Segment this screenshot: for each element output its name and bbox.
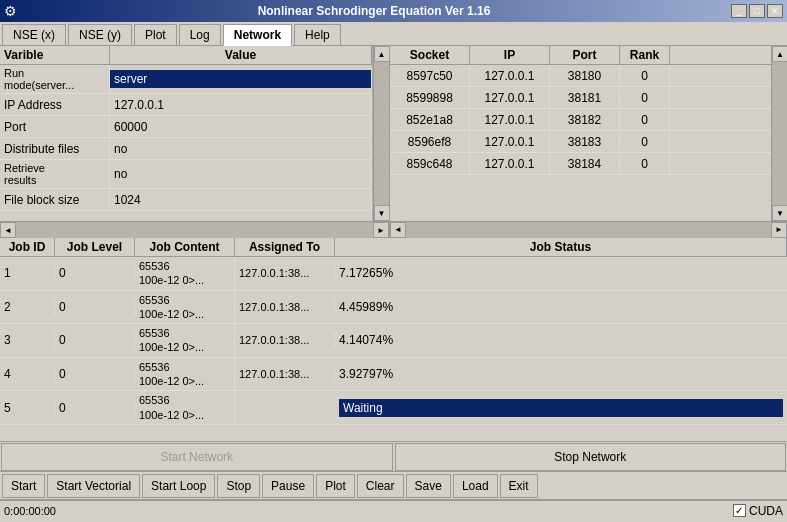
cuda-checkbox[interactable]: ✓ bbox=[733, 504, 746, 517]
job-status-4: 3.92797% bbox=[335, 365, 787, 383]
socket-val-3-rank: 0 bbox=[620, 111, 670, 129]
socket-val-4-ip: 127.0.0.1 bbox=[470, 133, 550, 151]
socket-row-3: 852e1a8 127.0.0.1 38182 0 bbox=[390, 109, 771, 131]
jobs-hdr-level: Job Level bbox=[55, 238, 135, 256]
job-status-2: 4.45989% bbox=[335, 298, 787, 316]
tab-network[interactable]: Network bbox=[223, 24, 292, 46]
plot-button[interactable]: Plot bbox=[316, 474, 355, 498]
minimize-button[interactable]: _ bbox=[731, 4, 747, 18]
var-hscroll-track[interactable] bbox=[16, 222, 373, 238]
job-row-4: 4 0 65536100e-12 0>... 127.0.0.1:38... 3… bbox=[0, 358, 787, 392]
job-status-3: 4.14074% bbox=[335, 331, 787, 349]
window-title: Nonlinear Schrodinger Equation Ver 1.16 bbox=[17, 4, 731, 18]
start-loop-button[interactable]: Start Loop bbox=[142, 474, 215, 498]
var-name-retrieve: Retrieveresults bbox=[0, 160, 110, 188]
var-value-run-mode[interactable]: server bbox=[110, 70, 372, 88]
close-button[interactable]: ✕ bbox=[767, 4, 783, 18]
job-id-1: 1 bbox=[0, 264, 55, 282]
var-hscroll-left[interactable]: ◄ bbox=[0, 222, 16, 238]
start-network-button[interactable]: Start Network bbox=[1, 443, 393, 471]
socket-val-3-socket: 852e1a8 bbox=[390, 111, 470, 129]
job-content-4: 65536100e-12 0>... bbox=[135, 358, 235, 391]
var-value-port[interactable]: 60000 bbox=[110, 118, 372, 136]
socket-val-4-port: 38183 bbox=[550, 133, 620, 151]
socket-hscroll-right[interactable]: ► bbox=[771, 222, 787, 238]
main-content: Varible Value Runmode(server... server I… bbox=[0, 46, 787, 520]
socket-scroll-track[interactable] bbox=[772, 62, 787, 205]
job-id-3: 3 bbox=[0, 331, 55, 349]
var-row-distribute: Distribute files no bbox=[0, 138, 372, 160]
scroll-down-btn[interactable]: ▼ bbox=[374, 205, 390, 221]
socket-val-5-port: 38184 bbox=[550, 155, 620, 173]
job-row-3: 3 0 65536100e-12 0>... 127.0.0.1:38... 4… bbox=[0, 324, 787, 358]
socket-scroll-down[interactable]: ▼ bbox=[772, 205, 787, 221]
socket-val-2-rank: 0 bbox=[620, 89, 670, 107]
socket-panel: Socket IP Port Rank 8597c50 127.0.0.1 38… bbox=[390, 46, 787, 237]
socket-hdr-ip: IP bbox=[470, 46, 550, 64]
var-name-ip: IP Address bbox=[0, 96, 110, 114]
socket-hdr-rank: Rank bbox=[620, 46, 670, 64]
job-level-4: 0 bbox=[55, 365, 135, 383]
exit-button[interactable]: Exit bbox=[500, 474, 538, 498]
var-row-port: Port 60000 bbox=[0, 116, 372, 138]
socket-val-3-ip: 127.0.0.1 bbox=[470, 111, 550, 129]
jobs-hdr-assigned: Assigned To bbox=[235, 238, 335, 256]
job-row-5: 5 0 65536100e-12 0>... Waiting bbox=[0, 391, 787, 425]
socket-table: Socket IP Port Rank 8597c50 127.0.0.1 38… bbox=[390, 46, 771, 221]
var-hscroll-right[interactable]: ► bbox=[373, 222, 389, 238]
socket-val-2-port: 38181 bbox=[550, 89, 620, 107]
job-content-2: 65536100e-12 0>... bbox=[135, 291, 235, 324]
socket-val-1-socket: 8597c50 bbox=[390, 67, 470, 85]
socket-val-4-rank: 0 bbox=[620, 133, 670, 151]
var-value-distribute[interactable]: no bbox=[110, 140, 372, 158]
socket-scroll-up[interactable]: ▲ bbox=[772, 46, 787, 62]
stop-button[interactable]: Stop bbox=[217, 474, 260, 498]
socket-hscroll-track[interactable] bbox=[406, 222, 771, 238]
save-button[interactable]: Save bbox=[406, 474, 451, 498]
start-vectorial-button[interactable]: Start Vectorial bbox=[47, 474, 140, 498]
job-assigned-3: 127.0.0.1:38... bbox=[235, 332, 335, 348]
load-button[interactable]: Load bbox=[453, 474, 498, 498]
socket-vscrollbar[interactable]: ▲ ▼ bbox=[771, 46, 787, 221]
tab-plot[interactable]: Plot bbox=[134, 24, 177, 45]
jobs-hdr-content: Job Content bbox=[135, 238, 235, 256]
job-row-2: 2 0 65536100e-12 0>... 127.0.0.1:38... 4… bbox=[0, 291, 787, 325]
socket-val-5-rank: 0 bbox=[620, 155, 670, 173]
variables-scrollbar[interactable]: ▲ ▼ bbox=[373, 46, 389, 221]
status-time: 0:00:00:00 bbox=[4, 505, 56, 517]
socket-val-2-socket: 8599898 bbox=[390, 89, 470, 107]
tab-nse-x[interactable]: NSE (x) bbox=[2, 24, 66, 45]
var-row-ip: IP Address 127.0.0.1 bbox=[0, 94, 372, 116]
scroll-track[interactable] bbox=[374, 62, 390, 205]
socket-row-5: 859c648 127.0.0.1 38184 0 bbox=[390, 153, 771, 175]
clear-button[interactable]: Clear bbox=[357, 474, 404, 498]
title-bar: ⚙ Nonlinear Schrodinger Equation Ver 1.1… bbox=[0, 0, 787, 22]
var-value-ip[interactable]: 127.0.0.1 bbox=[110, 96, 372, 114]
start-button[interactable]: Start bbox=[2, 474, 45, 498]
scroll-up-btn[interactable]: ▲ bbox=[374, 46, 390, 62]
tab-help[interactable]: Help bbox=[294, 24, 341, 45]
title-bar-controls: _ □ ✕ bbox=[731, 4, 783, 18]
socket-hscroll-left[interactable]: ◄ bbox=[390, 222, 406, 238]
var-name-distribute: Distribute files bbox=[0, 140, 110, 158]
waiting-badge: Waiting bbox=[339, 399, 783, 417]
job-status-1: 7.17265% bbox=[335, 264, 787, 282]
socket-val-1-ip: 127.0.0.1 bbox=[470, 67, 550, 85]
tab-log[interactable]: Log bbox=[179, 24, 221, 45]
socket-val-5-ip: 127.0.0.1 bbox=[470, 155, 550, 173]
socket-val-1-rank: 0 bbox=[620, 67, 670, 85]
job-level-3: 0 bbox=[55, 331, 135, 349]
job-level-5: 0 bbox=[55, 399, 135, 417]
job-assigned-2: 127.0.0.1:38... bbox=[235, 299, 335, 315]
var-value-retrieve[interactable]: no bbox=[110, 165, 372, 183]
socket-val-5-socket: 859c648 bbox=[390, 155, 470, 173]
var-value-fileblock[interactable]: 1024 bbox=[110, 191, 372, 209]
socket-hscrollbar[interactable]: ◄ ► bbox=[390, 221, 787, 237]
socket-row-1: 8597c50 127.0.0.1 38180 0 bbox=[390, 65, 771, 87]
stop-network-button[interactable]: Stop Network bbox=[395, 443, 787, 471]
socket-row-2: 8599898 127.0.0.1 38181 0 bbox=[390, 87, 771, 109]
pause-button[interactable]: Pause bbox=[262, 474, 314, 498]
job-id-4: 4 bbox=[0, 365, 55, 383]
tab-nse-y[interactable]: NSE (y) bbox=[68, 24, 132, 45]
maximize-button[interactable]: □ bbox=[749, 4, 765, 18]
